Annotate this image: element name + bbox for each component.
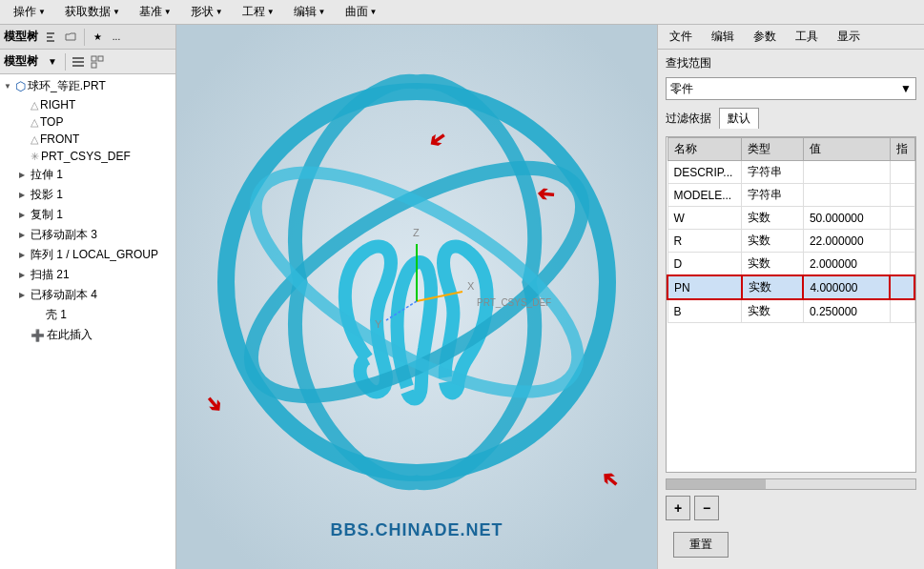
cell-name: R <box>667 230 742 253</box>
menu-operations[interactable]: 操作 ▼ <box>4 2 55 22</box>
separator <box>84 29 85 46</box>
cell-type: 字符串 <box>742 184 804 207</box>
tree-label-front: FRONT <box>40 132 79 146</box>
tree-item-top[interactable]: △ TOP <box>0 113 175 131</box>
tree-arrow-moved3: ▶ <box>19 231 31 239</box>
model-tree[interactable]: ▼ ⬡ 球环_等距.PRT △ RIGHT △ TOP △ FRONT <box>0 74 175 569</box>
svg-rect-2 <box>47 40 54 42</box>
tree-filter-icon[interactable]: ▼ <box>44 53 61 71</box>
tree-label-copy1: 复制 1 <box>31 207 63 223</box>
tree-label-right: RIGHT <box>40 98 75 112</box>
cell-value: 50.000000 <box>803 207 890 230</box>
panel-icon-more[interactable]: ... <box>108 29 125 46</box>
menu-arrow: ▼ <box>216 8 223 16</box>
cell-type: 字符串 <box>742 161 804 184</box>
model-3d-view: X Z Y PRT_CSYS_DEF <box>176 25 657 569</box>
tree-icon-part: ⬡ <box>15 79 26 93</box>
filter-tab-default[interactable]: 默认 <box>719 108 759 129</box>
table-row-highlighted[interactable]: PN 实数 4.000000 <box>667 275 914 299</box>
right-menu-tools[interactable]: 工具 <box>791 27 822 47</box>
scroll-thumb <box>667 479 766 489</box>
right-menu-edit[interactable]: 编辑 <box>708 27 738 47</box>
menu-arrow: ▼ <box>38 8 46 16</box>
tree-item-insert[interactable]: ➕ 在此插入 <box>0 325 175 345</box>
menu-arrow: ▼ <box>318 8 326 16</box>
menu-shape[interactable]: 形状 ▼ <box>181 2 233 22</box>
tree-arrow-sweep21: ▶ <box>19 271 31 279</box>
tree-item-front[interactable]: △ FRONT <box>0 131 175 148</box>
svg-rect-1 <box>47 36 52 38</box>
cell-name: B <box>667 299 742 323</box>
tree-label-moved4: 已移动副本 4 <box>31 287 97 303</box>
cell-flag <box>890 161 914 184</box>
panel-icon-folder[interactable] <box>63 29 80 46</box>
tree-item-moved3[interactable]: ▶ 已移动副本 3 <box>0 225 175 245</box>
params-table-container: 名称 类型 值 指 DESCRIP... 字符串 MODELE... <box>666 136 916 473</box>
tree-label-pattern1: 阵列 1 / LOCAL_GROUP <box>31 247 158 263</box>
tree-item-project1[interactable]: ▶ 投影 1 <box>0 185 175 205</box>
tree-item-pattern1[interactable]: ▶ 阵列 1 / LOCAL_GROUP <box>0 245 175 265</box>
arrow-right-upper: ➔ <box>536 181 555 207</box>
right-menu-file[interactable]: 文件 <box>666 27 696 47</box>
model-tree-tab-label[interactable]: 模型树 <box>4 53 38 70</box>
right-menu-display[interactable]: 显示 <box>833 27 864 47</box>
right-panel: 文件 编辑 参数 工具 显示 查找范围 零件 ▼ 过滤依据 <box>657 25 924 569</box>
table-row[interactable]: D 实数 2.000000 <box>667 253 914 276</box>
horizontal-scrollbar[interactable] <box>666 478 916 490</box>
tree-item-shell1[interactable]: 壳 1 <box>0 305 175 325</box>
table-row[interactable]: R 实数 22.000000 <box>667 230 914 253</box>
menu-arrow: ▼ <box>164 8 172 16</box>
svg-text:Y: Y <box>375 318 382 330</box>
table-row[interactable]: W 实数 50.000000 <box>667 207 914 230</box>
left-panel: 模型树 ★ ... 模型树 ▼ ▼ <box>0 25 176 569</box>
cell-name-pn: PN <box>667 275 742 299</box>
cell-flag <box>890 207 914 230</box>
menu-edit[interactable]: 编辑 ▼ <box>284 2 336 22</box>
tree-item-right[interactable]: △ RIGHT <box>0 96 175 113</box>
table-row[interactable]: B 实数 0.250000 <box>667 299 914 323</box>
svg-rect-8 <box>92 63 96 68</box>
tree-icon-top: △ <box>31 116 38 129</box>
cell-name: MODELE... <box>667 184 742 207</box>
panel-icon-tree[interactable] <box>44 29 61 46</box>
tree-label-csys: PRT_CSYS_DEF <box>41 150 131 163</box>
watermark: BBS.CHINADE.NET <box>330 520 503 540</box>
menu-datum[interactable]: 基准 ▼ <box>130 2 181 22</box>
table-row[interactable]: DESCRIP... 字符串 <box>667 161 914 184</box>
tree-label-insert: 在此插入 <box>47 327 92 343</box>
cell-name: W <box>667 207 742 230</box>
cell-value-pn: 4.000000 <box>803 275 890 299</box>
tree-item-copy1[interactable]: ▶ 复制 1 <box>0 205 175 225</box>
right-menu-params[interactable]: 参数 <box>749 27 780 47</box>
svg-rect-6 <box>92 56 96 61</box>
tree-label-moved3: 已移动副本 3 <box>31 227 97 243</box>
tree-item-csys[interactable]: ✳ PRT_CSYS_DEF <box>0 148 175 165</box>
menu-engineering[interactable]: 工程 ▼ <box>233 2 284 22</box>
menu-surface[interactable]: 曲面 ▼ <box>336 2 387 22</box>
tree-expand-icon[interactable] <box>89 53 106 71</box>
reset-button[interactable]: 重置 <box>673 532 729 558</box>
panel-icon-star[interactable]: ★ <box>89 29 106 46</box>
viewport[interactable]: X Z Y PRT_CSYS_DEF ➔ ➔ ➔ ➔ BBS.CHINADE.N… <box>176 25 657 569</box>
tree-label-extrude1: 拉伸 1 <box>31 167 63 183</box>
search-scope-select[interactable]: 零件 ▼ <box>666 77 916 100</box>
reset-section: 重置 <box>658 524 924 569</box>
cell-type: 实数 <box>742 253 804 276</box>
tree-settings-icon[interactable] <box>70 53 87 71</box>
cell-name: D <box>667 253 742 276</box>
menu-get-data[interactable]: 获取数据 ▼ <box>55 2 130 22</box>
table-row[interactable]: MODELE... 字符串 <box>667 184 914 207</box>
cell-type: 实数 <box>742 230 804 253</box>
remove-param-button[interactable]: − <box>694 496 719 520</box>
tree-item-sweep21[interactable]: ▶ 扫描 21 <box>0 265 175 285</box>
tree-arrow-extrude1: ▶ <box>19 171 31 179</box>
tree-item-root[interactable]: ▼ ⬡ 球环_等距.PRT <box>0 76 175 96</box>
tree-item-moved4[interactable]: ▶ 已移动副本 4 <box>0 285 175 305</box>
tree-arrow-pattern1: ▶ <box>19 251 31 259</box>
add-param-button[interactable]: + <box>666 496 690 520</box>
svg-text:Z: Z <box>413 227 420 238</box>
tree-item-extrude1[interactable]: ▶ 拉伸 1 <box>0 165 175 185</box>
right-menu-bar: 文件 编辑 参数 工具 显示 <box>658 25 924 50</box>
search-scope-label: 查找范围 <box>658 50 924 73</box>
filter-label: 过滤依据 <box>666 111 711 127</box>
